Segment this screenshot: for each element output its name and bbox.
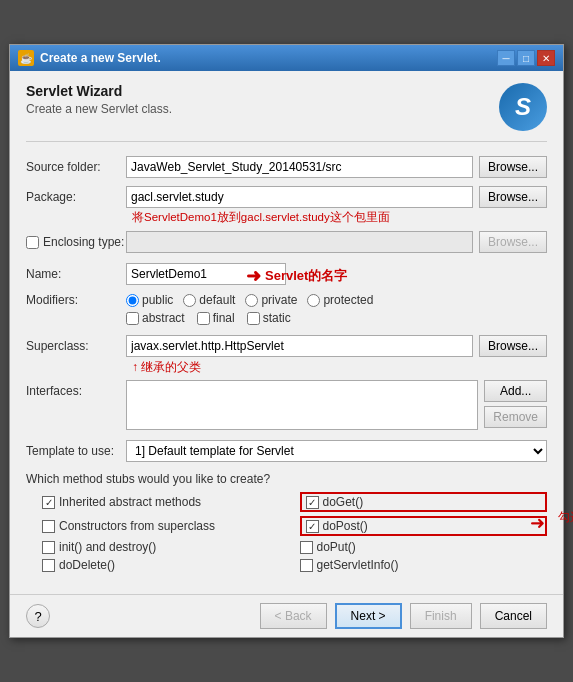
stubs-annotation-text: 勾选上需要重写的两个方法 xyxy=(558,510,573,524)
wizard-header: Servlet Wizard Create a new Servlet clas… xyxy=(26,83,547,142)
superclass-input[interactable] xyxy=(126,335,473,357)
package-row: Package: Browse... xyxy=(26,186,547,208)
template-select[interactable]: 1] Default template for Servlet xyxy=(126,440,547,462)
back-button[interactable]: < Back xyxy=(260,603,327,629)
title-bar-left: ☕ Create a new Servlet. xyxy=(18,50,161,66)
enclosing-browse-button[interactable]: Browse... xyxy=(479,231,547,253)
radio-public-text: public xyxy=(142,293,173,307)
package-input[interactable] xyxy=(126,186,473,208)
modifiers-label: Modifiers: xyxy=(26,293,126,307)
constructors-checkbox[interactable] xyxy=(42,520,55,533)
getservletinfo-checkbox-label[interactable]: getServletInfo() xyxy=(300,558,548,572)
radio-protected-label[interactable]: protected xyxy=(307,293,373,307)
radio-default[interactable] xyxy=(183,294,196,307)
superclass-annotation-text: 继承的父类 xyxy=(141,360,201,374)
add-interface-button[interactable]: Add... xyxy=(484,380,547,402)
radio-private[interactable] xyxy=(245,294,258,307)
dialog-content: Servlet Wizard Create a new Servlet clas… xyxy=(10,71,563,594)
package-annotation: 将ServletDemo1放到gacl.servlet.study这个包里面 xyxy=(132,210,547,225)
stubs-title: Which method stubs would you like to cre… xyxy=(26,472,547,486)
superclass-browse-button[interactable]: Browse... xyxy=(479,335,547,357)
name-row: Name: ➜ Servlet的名字 xyxy=(26,263,547,285)
footer-right: < Back Next > Finish Cancel xyxy=(260,603,547,629)
name-annotation-text: Servlet的名字 xyxy=(265,267,347,285)
radio-public-label[interactable]: public xyxy=(126,293,173,307)
inherited-abstract-checkbox[interactable] xyxy=(42,496,55,509)
superclass-annotation: ↑ 继承的父类 xyxy=(132,359,547,376)
stubs-arrow-icon: ➜ xyxy=(530,510,545,537)
maximize-button[interactable]: □ xyxy=(517,50,535,66)
cancel-button[interactable]: Cancel xyxy=(480,603,547,629)
doput-checkbox[interactable] xyxy=(300,541,313,554)
abstract-checkbox[interactable] xyxy=(126,312,139,325)
modifiers-radio-group: public default private protected xyxy=(126,293,547,307)
stubs-section: Which method stubs would you like to cre… xyxy=(26,472,547,572)
abstract-label: abstract xyxy=(142,311,185,325)
enclosing-label: Enclosing type: xyxy=(43,235,124,249)
init-destroy-checkbox[interactable] xyxy=(42,541,55,554)
superclass-row: Superclass: Browse... xyxy=(26,335,547,357)
constructors-label: Constructors from superclass xyxy=(59,519,215,533)
radio-default-text: default xyxy=(199,293,235,307)
doget-checkbox-label[interactable]: doGet() xyxy=(300,492,548,512)
dodelete-checkbox[interactable] xyxy=(42,559,55,572)
getservletinfo-label: getServletInfo() xyxy=(317,558,399,572)
final-checkbox-label[interactable]: final xyxy=(197,311,235,325)
doget-label: doGet() xyxy=(323,495,364,509)
doput-label: doPut() xyxy=(317,540,356,554)
doput-checkbox-label[interactable]: doPut() xyxy=(300,540,548,554)
constructors-checkbox-label[interactable]: Constructors from superclass xyxy=(42,516,290,536)
remove-interface-button[interactable]: Remove xyxy=(484,406,547,428)
help-button[interactable]: ? xyxy=(26,604,50,628)
superclass-label: Superclass: xyxy=(26,339,126,353)
wizard-title: Servlet Wizard xyxy=(26,83,172,99)
name-arrow-icon: ➜ xyxy=(246,265,261,287)
interfaces-box xyxy=(126,380,478,430)
radio-public[interactable] xyxy=(126,294,139,307)
source-folder-browse-button[interactable]: Browse... xyxy=(479,156,547,178)
footer-left: ? xyxy=(26,604,50,628)
radio-private-label[interactable]: private xyxy=(245,293,297,307)
abstract-checkbox-label[interactable]: abstract xyxy=(126,311,185,325)
static-label: static xyxy=(263,311,291,325)
static-checkbox-label[interactable]: static xyxy=(247,311,291,325)
next-button[interactable]: Next > xyxy=(335,603,402,629)
dodelete-checkbox-label[interactable]: doDelete() xyxy=(42,558,290,572)
template-row: Template to use: 1] Default template for… xyxy=(26,440,547,462)
getservletinfo-checkbox[interactable] xyxy=(300,559,313,572)
source-folder-input[interactable] xyxy=(126,156,473,178)
inherited-abstract-checkbox-label[interactable]: Inherited abstract methods xyxy=(42,492,290,512)
doget-checkbox[interactable] xyxy=(306,496,319,509)
init-destroy-checkbox-label[interactable]: init() and destroy() xyxy=(42,540,290,554)
radio-protected[interactable] xyxy=(307,294,320,307)
template-label: Template to use: xyxy=(26,444,126,458)
name-label: Name: xyxy=(26,267,126,281)
title-bar: ☕ Create a new Servlet. ─ □ ✕ xyxy=(10,45,563,71)
close-button[interactable]: ✕ xyxy=(537,50,555,66)
radio-protected-text: protected xyxy=(323,293,373,307)
init-destroy-label: init() and destroy() xyxy=(59,540,156,554)
static-checkbox[interactable] xyxy=(247,312,260,325)
dialog-footer: ? < Back Next > Finish Cancel xyxy=(10,594,563,637)
inherited-abstract-label: Inherited abstract methods xyxy=(59,495,201,509)
dodelete-label: doDelete() xyxy=(59,558,115,572)
final-checkbox[interactable] xyxy=(197,312,210,325)
stubs-annotation: ➜ 勾选上需要重写的两个方法 xyxy=(558,508,573,526)
source-folder-label: Source folder: xyxy=(26,160,126,174)
radio-default-label[interactable]: default xyxy=(183,293,235,307)
title-controls: ─ □ ✕ xyxy=(497,50,555,66)
final-label: final xyxy=(213,311,235,325)
finish-button[interactable]: Finish xyxy=(410,603,472,629)
minimize-button[interactable]: ─ xyxy=(497,50,515,66)
enclosing-checkbox-label[interactable]: Enclosing type: xyxy=(26,235,126,249)
dopost-checkbox[interactable] xyxy=(306,520,319,533)
dopost-checkbox-label[interactable]: doPost() xyxy=(300,516,548,536)
enclosing-input xyxy=(126,231,473,253)
wizard-logo: S xyxy=(499,83,547,131)
interfaces-buttons: Add... Remove xyxy=(484,380,547,428)
package-label: Package: xyxy=(26,190,126,204)
window-icon: ☕ xyxy=(18,50,34,66)
enclosing-checkbox[interactable] xyxy=(26,236,39,249)
package-browse-button[interactable]: Browse... xyxy=(479,186,547,208)
wizard-info: Servlet Wizard Create a new Servlet clas… xyxy=(26,83,172,116)
